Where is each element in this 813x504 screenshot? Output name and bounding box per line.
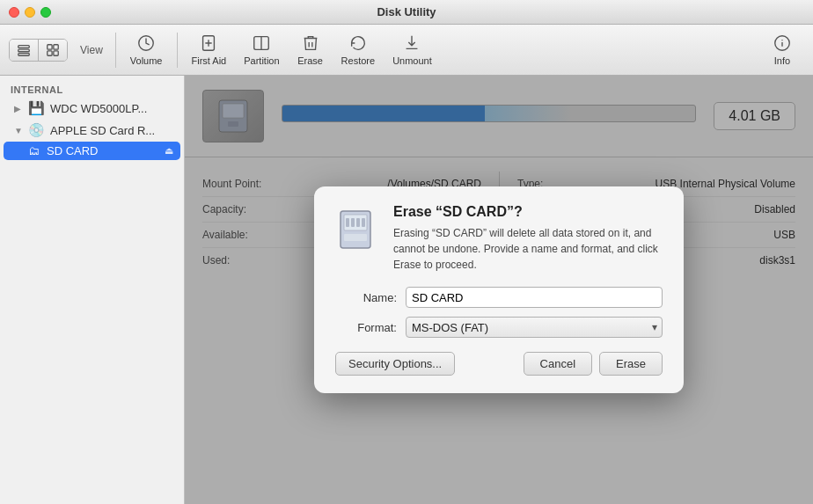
svg-rect-0 [18,45,29,47]
first-aid-label: First Aid [192,55,227,66]
sidebar-item-sd-card-label: SD CARD [47,144,159,157]
svg-rect-20 [344,234,367,241]
erase-dialog: Erase “SD CARD”? Erasing “SD CARD” will … [314,186,684,393]
sidebar-item-wdc-label: WDC WD5000LP... [50,102,173,115]
titlebar: Disk Utility [0,0,813,25]
svg-rect-1 [18,49,29,52]
svg-rect-4 [54,44,58,48]
partition-button[interactable]: Partition [235,30,288,69]
format-select[interactable]: MS-DOS (FAT) ExFAT Mac OS Extended (Jour… [406,317,663,338]
expand-arrow-wdc: ▶ [14,104,23,113]
modal-description: Erasing “SD CARD” will delete all data s… [393,225,663,273]
main-content: 4.01 GB Mount Point: /Volumes/SD CARD Ca… [185,76,813,504]
partition-label: Partition [244,55,279,66]
traffic-lights [9,7,51,18]
modal-header: Erase “SD CARD”? Erasing “SD CARD” will … [335,204,663,273]
view-label: View [80,44,103,56]
wdc-disk-icon: 💾 [28,100,45,116]
info-label: Info [774,55,790,66]
format-select-wrap: MS-DOS (FAT) ExFAT Mac OS Extended (Jour… [406,317,663,338]
svg-rect-2 [18,53,29,55]
sidebar-section-internal: Internal [0,81,184,97]
svg-rect-5 [48,50,52,55]
unmount-label: Unmount [392,55,432,66]
sidebar-item-apple-sd[interactable]: ▼ 💿 APPLE SD Card R... [4,120,180,141]
sidebar: Internal ▶ 💾 WDC WD5000LP... ▼ 💿 APPLE S… [0,76,185,504]
svg-rect-6 [54,50,58,55]
svg-rect-3 [48,44,52,48]
maximize-button[interactable] [40,7,51,18]
view-toggle-group [9,39,68,62]
restore-label: Restore [341,55,376,66]
minimize-button[interactable] [25,7,35,18]
toolbar-separator-2 [177,33,178,68]
security-options-button[interactable]: Security Options... [335,352,455,376]
apple-sd-icon: 💿 [28,122,45,138]
erase-label: Erase [297,55,323,66]
svg-rect-16 [346,218,349,227]
svg-rect-19 [362,218,365,227]
toolbar: View Volume First Aid Partition Erase [0,25,813,76]
toolbar-separator-1 [115,33,116,68]
expand-arrow-apple-sd: ▼ [14,126,23,135]
view-grid-button[interactable] [39,40,67,61]
modal-title-area: Erase “SD CARD”? Erasing “SD CARD” will … [393,204,663,273]
eject-icon[interactable]: ⏏ [165,145,173,157]
erase-button[interactable]: Erase [289,30,333,69]
sd-card-icon-large [335,206,381,252]
unmount-button[interactable]: Unmount [384,30,441,69]
erase-confirm-button[interactable]: Erase [599,352,663,376]
info-button[interactable]: Info [760,30,804,69]
modal-overlay: Erase “SD CARD”? Erasing “SD CARD” will … [185,76,813,504]
svg-rect-18 [356,218,360,227]
restore-button[interactable]: Restore [333,30,385,69]
format-label: Format: [335,321,397,334]
cancel-button[interactable]: Cancel [524,352,592,376]
volume-label: Volume [130,55,163,66]
first-aid-button[interactable]: First Aid [183,30,236,69]
svg-rect-17 [351,218,355,227]
window-title: Disk Utility [377,5,436,18]
sd-card-icon: 🗂 [28,144,40,157]
name-row: Name: [335,287,663,308]
name-input[interactable] [406,287,663,308]
sidebar-item-sd-card[interactable]: 🗂 SD CARD ⏏ [4,142,180,160]
main-layout: Internal ▶ 💾 WDC WD5000LP... ▼ 💿 APPLE S… [0,76,813,504]
modal-title: Erase “SD CARD”? [393,204,663,220]
view-list-button[interactable] [10,40,39,61]
modal-buttons: Security Options... Cancel Erase [335,352,663,376]
volume-button[interactable]: Volume [121,30,172,69]
sidebar-item-wdc[interactable]: ▶ 💾 WDC WD5000LP... [4,98,180,119]
close-button[interactable] [9,7,19,18]
sidebar-item-apple-sd-label: APPLE SD Card R... [50,124,173,137]
name-label: Name: [335,291,397,304]
format-row: Format: MS-DOS (FAT) ExFAT Mac OS Extend… [335,317,663,338]
